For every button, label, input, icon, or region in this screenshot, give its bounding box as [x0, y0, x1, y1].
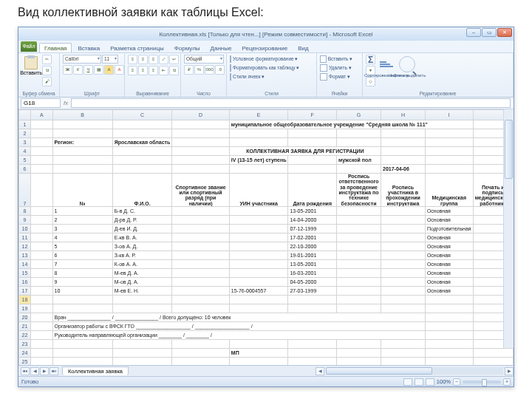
sort-filter-button[interactable]: Сортировка и фильтр	[377, 55, 396, 87]
scroll-thumb[interactable]	[505, 120, 513, 179]
delete-cells-button[interactable]: Удалить ▾	[320, 64, 352, 72]
percent-button[interactable]: %	[194, 65, 204, 75]
align-left-button[interactable]: ≡	[128, 66, 137, 75]
row-13[interactable]: 136З-кв А. Р.19-01-2001Основная	[19, 251, 514, 260]
zoom-out-button[interactable]: −	[453, 378, 460, 386]
tab-home[interactable]: Главная	[39, 43, 72, 52]
format-as-table-button[interactable]: Форматировать как таблицу ▾	[230, 64, 262, 72]
row-6[interactable]: 62017-04-06	[19, 165, 514, 174]
horizontal-scrollbar[interactable]: ◀ ▶	[316, 365, 514, 376]
clipboard-label: Буфер обмена	[21, 91, 56, 97]
bold-button[interactable]: Ж	[63, 65, 72, 75]
scroll-right-button[interactable]: ▶	[505, 367, 514, 375]
row-20[interactable]: 20Врач _______________ / _______________…	[19, 313, 514, 322]
row-19[interactable]: 19	[19, 304, 514, 313]
align-top-button[interactable]: ≡	[128, 55, 137, 64]
number-format-dropdown[interactable]: Общий	[184, 55, 224, 64]
align-center-button[interactable]: ≡	[138, 66, 148, 75]
cut-icon[interactable]: ✂	[42, 55, 52, 64]
minimize-button[interactable]: –	[466, 28, 481, 37]
row-24[interactable]: 24МП	[19, 349, 514, 358]
name-box[interactable]: G18	[21, 98, 61, 108]
row-9[interactable]: 92Д-рв Д. Р.14-04-2000Основная	[19, 216, 514, 225]
cell-styles-button[interactable]: Стили ячеек ▾	[230, 72, 262, 81]
orientation-button[interactable]: ⤢	[159, 55, 168, 64]
worksheet-area[interactable]: ABCDEFGHI 1муниципальное общеобразовател…	[18, 109, 514, 369]
insert-cells-button[interactable]: Вставить ▾	[320, 55, 352, 63]
row-7[interactable]: 7№Ф.И.О.Спортивное звание или спортивный…	[19, 174, 514, 207]
close-button[interactable]: ✕	[497, 28, 512, 37]
row-1[interactable]: 1муниципальное общеобразовательное учреж…	[19, 120, 514, 129]
group-editing: Σ ▾ ◇ Сортировка и фильтр Найти и выдели…	[363, 53, 514, 97]
format-painter-icon[interactable]: 🖌	[42, 77, 52, 86]
tab-view[interactable]: Вид	[293, 44, 313, 52]
row-11[interactable]: 114Е-кв В. А.17-02-2001Основная	[19, 233, 514, 242]
hscroll-thumb[interactable]	[326, 367, 432, 375]
align-bottom-button[interactable]: ≡	[149, 55, 158, 64]
indent-dec-button[interactable]: ⇤	[159, 66, 168, 75]
view-break-button[interactable]	[426, 378, 434, 386]
zoom-controls: 100% − +	[403, 378, 511, 386]
row-10[interactable]: 103Д-ев И. Д.07-12-1999Подготовительная	[19, 225, 514, 233]
italic-button[interactable]: К	[73, 65, 83, 75]
row-14[interactable]: 147К-ов А. А.13-05-2001Основная	[19, 260, 514, 269]
file-tab[interactable]: Файл	[21, 41, 37, 52]
clear-button[interactable]: ◇	[366, 77, 375, 86]
copy-icon[interactable]: ⧉	[42, 66, 52, 75]
maximize-button[interactable]: ▭	[482, 28, 497, 37]
font-color-button[interactable]: А	[115, 65, 124, 75]
tab-nav-next[interactable]: ▶	[40, 367, 49, 375]
font-size-dropdown[interactable]: 11	[102, 55, 118, 64]
merge-button[interactable]: ⧉	[169, 66, 179, 75]
tab-insert[interactable]: Вставка	[73, 44, 104, 52]
fx-icon[interactable]: fx	[64, 100, 68, 106]
inc-decimal-button[interactable]: .0	[215, 65, 225, 75]
tab-nav-last[interactable]: ⏭	[50, 367, 58, 375]
row-22[interactable]: 22Руководитель направляющей организации …	[19, 331, 514, 340]
font-name-dropdown[interactable]: Calibri	[63, 55, 101, 64]
vertical-scrollbar[interactable]	[503, 109, 514, 348]
row-17[interactable]: 1710М-ев Е. Н.15-76-000455727-03-1999Осн…	[19, 287, 514, 296]
row-21[interactable]: 21Организатор работы с ВФСК ГТО ________…	[19, 322, 514, 331]
formula-bar[interactable]	[71, 98, 511, 108]
tab-nav-prev[interactable]: ◀	[30, 367, 39, 375]
tab-nav-first[interactable]: ⏮	[21, 367, 30, 375]
underline-button[interactable]: Ч	[83, 65, 93, 75]
currency-button[interactable]: ₽	[184, 65, 194, 75]
align-right-button[interactable]: ≡	[149, 66, 158, 75]
align-middle-button[interactable]: ≡	[138, 55, 148, 64]
paste-label: Вставить	[20, 70, 42, 75]
sheet-tab[interactable]: Коллективная заявка	[62, 366, 129, 375]
zoom-slider[interactable]	[463, 381, 501, 383]
autosum-button[interactable]: Σ	[366, 55, 375, 64]
tab-data[interactable]: Данные	[206, 44, 236, 52]
tab-review[interactable]: Рецензирование	[237, 44, 292, 52]
fill-color-button[interactable]: А	[104, 65, 114, 75]
window-controls: – ▭ ✕	[466, 28, 512, 37]
scroll-left-button[interactable]: ◀	[316, 367, 324, 375]
row-8[interactable]: 81Б-в Д. С.13-05-2001Основная	[19, 207, 514, 216]
border-button[interactable]: ▦	[94, 65, 103, 75]
row-18[interactable]: 18	[19, 296, 514, 304]
grid[interactable]: ABCDEFGHI 1муниципальное общеобразовател…	[18, 109, 514, 366]
tab-formulas[interactable]: Формулы	[170, 44, 205, 52]
format-cells-button[interactable]: Формат ▾	[320, 72, 352, 81]
comma-button[interactable]: 000	[205, 65, 214, 75]
row-5[interactable]: 5IV (13-15 лет) ступеньмужской пол	[19, 156, 514, 165]
column-headers[interactable]: ABCDEFGHI	[19, 110, 514, 120]
zoom-in-button[interactable]: +	[503, 378, 511, 386]
wrap-text-button[interactable]: ↩	[169, 55, 179, 64]
tab-layout[interactable]: Разметка страницы	[106, 44, 168, 52]
row-15[interactable]: 158М-ев Д. А.16-03-2001Основная	[19, 269, 514, 278]
view-layout-button[interactable]	[415, 378, 423, 386]
paste-button[interactable]: Вставить	[21, 55, 41, 87]
row-12[interactable]: 125З-ов А. Д.22-10-2000Основная	[19, 242, 514, 251]
view-normal-button[interactable]	[403, 378, 412, 386]
conditional-formatting-button[interactable]: Условное форматирование ▾	[230, 55, 262, 63]
row-4[interactable]: 4КОЛЛЕКТИВНАЯ ЗАЯВКА ДЛЯ РЕГИСТРАЦИИ	[19, 147, 514, 156]
row-16[interactable]: 169М-ов Д. А.04-05-2000Основная	[19, 278, 514, 287]
find-select-button[interactable]: Найти и выделить	[398, 55, 417, 87]
row-3[interactable]: 3Регион:Ярославская область	[19, 138, 514, 147]
row-2[interactable]: 2	[19, 129, 514, 138]
row-23[interactable]: 23	[19, 340, 514, 349]
